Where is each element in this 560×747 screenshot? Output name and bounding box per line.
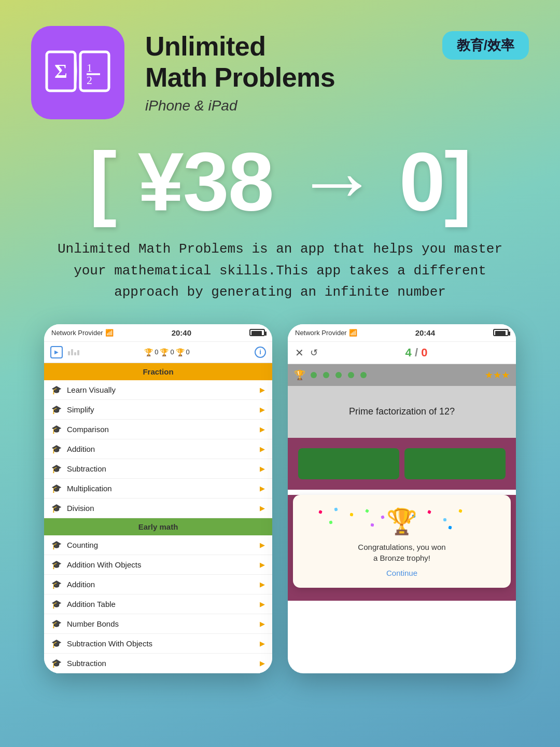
stars-display: ★★★ xyxy=(485,369,510,381)
grad-icon: 🎓 xyxy=(51,483,62,493)
answer-section xyxy=(288,438,516,490)
fraction-section-header: Fraction xyxy=(44,363,272,380)
grad-icon: 🎓 xyxy=(51,658,62,668)
grad-icon: 🎓 xyxy=(51,540,62,550)
wifi-icon-1: 📶 xyxy=(105,329,114,337)
score-wrong: 0 xyxy=(421,346,427,359)
answer-button-1[interactable] xyxy=(298,448,399,479)
chevron-icon: ▶ xyxy=(260,620,265,628)
grad-icon: 🎓 xyxy=(51,639,62,648)
trophy-row-1: 🏆0 🏆0 🏆0 xyxy=(82,348,251,356)
grad-icon: 🎓 xyxy=(51,444,62,454)
app-platform: iPhone & iPad xyxy=(145,98,422,114)
grad-icon: 🎓 xyxy=(51,464,62,474)
grad-icon: 🎓 xyxy=(51,599,62,609)
chevron-icon: ▶ xyxy=(260,640,265,647)
quiz-toolbar: ✕ ↺ 4 / 0 xyxy=(288,342,516,364)
svg-text:Σ: Σ xyxy=(54,60,67,82)
list-item[interactable]: 🎓 Learn Visually ▶ xyxy=(44,380,272,400)
trophy-silver-icon: 🏆 xyxy=(160,348,169,356)
congratulations-card: 🏆 Congratulations, you won a Bronze trop… xyxy=(293,495,511,588)
svg-rect-1 xyxy=(80,52,109,91)
grad-icon: 🎓 xyxy=(51,503,62,513)
chevron-icon: ▶ xyxy=(260,561,265,569)
status-provider-1: Network Provider 📶 xyxy=(51,329,114,337)
list-item[interactable]: 🎓 Subtraction ▶ xyxy=(44,654,272,673)
confetti-area: 🏆 xyxy=(303,505,500,536)
battery-icon-2 xyxy=(493,329,509,336)
progress-dot xyxy=(323,372,329,378)
list-item[interactable]: 🎓 Multiplication ▶ xyxy=(44,479,272,499)
grad-icon: 🎓 xyxy=(51,385,62,395)
price-section: [ ¥38 → 0] xyxy=(0,135,560,233)
app-info: Unlimited Math Problems iPhone & iPad xyxy=(145,31,422,114)
grad-icon: 🎓 xyxy=(51,405,62,414)
svg-text:2: 2 xyxy=(87,74,92,87)
phone-screenshot-1: Network Provider 📶 20:40 ▶ 🏆0 🏆0 🏆0 i xyxy=(44,324,272,673)
quiz-header: 🏆 ★★★ xyxy=(288,364,516,386)
close-button[interactable]: ✕ xyxy=(295,347,304,359)
list-item[interactable]: 🎓 Comparison ▶ xyxy=(44,420,272,439)
play-button-1[interactable]: ▶ xyxy=(50,346,63,358)
list-item[interactable]: 🎓 Subtraction With Objects ▶ xyxy=(44,634,272,654)
svg-text:1: 1 xyxy=(87,61,92,74)
continue-button[interactable]: Continue xyxy=(303,569,500,577)
grad-icon: 🎓 xyxy=(51,619,62,629)
chevron-icon: ▶ xyxy=(260,386,265,394)
app-description: Unlimited Math Problems is an app that h… xyxy=(0,233,560,319)
chevron-icon: ▶ xyxy=(260,600,265,608)
list-item[interactable]: 🎓 Division ▶ xyxy=(44,499,272,518)
list-item[interactable]: 🎓 Number Bonds ▶ xyxy=(44,614,272,634)
info-icon-1[interactable]: i xyxy=(255,347,266,358)
progress-dot xyxy=(335,372,342,378)
chevron-icon: ▶ xyxy=(260,445,265,453)
grad-icon: 🎓 xyxy=(51,579,62,589)
app-icon: Σ 1 2 xyxy=(31,26,124,119)
chevron-icon: ▶ xyxy=(260,504,265,512)
chevron-icon: ▶ xyxy=(260,485,265,492)
congrats-bg: 🏆 Congratulations, you won a Bronze trop… xyxy=(288,495,516,601)
trophy-bronze-icon: 🏆 xyxy=(176,348,185,356)
trophy-large-icon: 🏆 xyxy=(386,507,417,536)
status-bar-2: Network Provider 📶 20:44 xyxy=(288,324,516,342)
progress-dot xyxy=(360,372,367,378)
list-item[interactable]: 🎓 Subtraction ▶ xyxy=(44,459,272,479)
score-separator: / xyxy=(415,346,418,359)
list-item[interactable]: 🎓 Addition ▶ xyxy=(44,575,272,594)
phone-screenshot-2: Network Provider 📶 20:44 ✕ ↺ 4 / 0 🏆 ★★★ xyxy=(288,324,516,673)
screenshots-container: Network Provider 📶 20:40 ▶ 🏆0 🏆0 🏆0 i xyxy=(0,319,560,679)
status-provider-2: Network Provider 📶 xyxy=(295,329,357,337)
list-item[interactable]: 🎓 Addition Table ▶ xyxy=(44,594,272,614)
status-bar-1: Network Provider 📶 20:40 xyxy=(44,324,272,342)
list-item[interactable]: 🎓 Simplify ▶ xyxy=(44,400,272,420)
price-display: [ ¥38 → 0] xyxy=(31,140,529,223)
chevron-icon: ▶ xyxy=(260,541,265,549)
battery-icon-1 xyxy=(249,329,265,336)
list-item[interactable]: 🎓 Counting ▶ xyxy=(44,535,272,555)
category-badge: 教育/效率 xyxy=(442,31,529,60)
status-time-1: 20:40 xyxy=(172,328,191,337)
chart-icon-1 xyxy=(68,349,79,355)
chevron-icon: ▶ xyxy=(260,425,265,433)
grad-icon: 🎓 xyxy=(51,560,62,570)
chevron-icon: ▶ xyxy=(260,580,265,588)
chevron-icon: ▶ xyxy=(260,406,265,413)
refresh-button[interactable]: ↺ xyxy=(310,347,318,358)
app-toolbar-1: ▶ 🏆0 🏆0 🏆0 i xyxy=(44,342,272,363)
app-title: Unlimited Math Problems xyxy=(145,31,422,93)
trophy-gold-icon: 🏆 xyxy=(144,348,153,356)
congratulations-text: Congratulations, you won a Bronze trophy… xyxy=(303,542,500,563)
quiz-trophy-icon: 🏆 xyxy=(294,369,305,381)
progress-dot xyxy=(311,372,317,378)
status-time-2: 20:44 xyxy=(415,328,435,337)
list-item[interactable]: 🎓 Addition With Objects ▶ xyxy=(44,555,272,575)
question-text: Prime factorization of 12? xyxy=(349,406,455,417)
chevron-icon: ▶ xyxy=(260,659,265,667)
wifi-icon-2: 📶 xyxy=(349,329,357,337)
chevron-icon: ▶ xyxy=(260,465,265,473)
progress-dot xyxy=(348,372,354,378)
score-display: 4 / 0 xyxy=(324,346,509,359)
answer-button-2[interactable] xyxy=(404,448,506,479)
list-item[interactable]: 🎓 Addition ▶ xyxy=(44,439,272,459)
question-area: Prime factorization of 12? xyxy=(288,386,516,438)
